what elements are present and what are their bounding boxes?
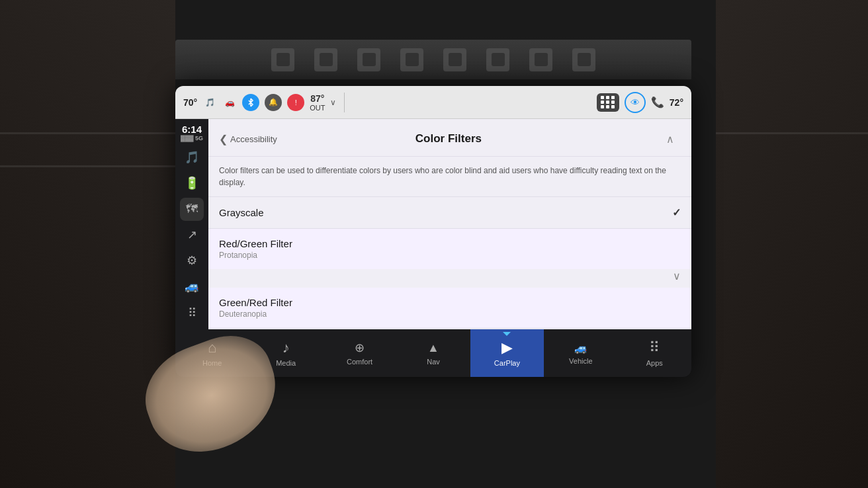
filter-label-grayscale: Grayscale — [219, 207, 264, 218]
sidebar-settings-icon[interactable]: ⚙ — [180, 249, 204, 272]
filter-label-green-red: Green/Red Filter — [219, 297, 292, 308]
scroll-down-button[interactable]: ∨ — [673, 270, 681, 282]
top-btn-7[interactable] — [529, 48, 552, 71]
bottom-navigation: ⌂ Home ♪ Media ⊕ Comfort ▲ Nav ▶ CarPlay… — [175, 329, 691, 377]
apps-icon: ⠿ — [649, 339, 660, 356]
nav-vehicle-label: Vehicle — [569, 357, 592, 365]
nav-home-label: Home — [202, 359, 222, 367]
car-icon: 🚗 — [222, 95, 237, 110]
filter-item-red-green[interactable]: Red/Green Filter Protanopia — [208, 229, 691, 269]
sidebar-vehicle-icon[interactable]: 🚙 — [180, 275, 204, 298]
nav-carplay[interactable]: ▶ CarPlay — [470, 329, 544, 377]
nav-media-label: Media — [276, 359, 296, 367]
filter-item-info: Grayscale — [219, 207, 264, 218]
signal-indicator: ▓▓▓ 5G — [181, 136, 203, 142]
sidebar-diagonal-icon[interactable]: ↗ — [180, 224, 204, 247]
filter-sublabel-deuteranopia: Deuteranopia — [219, 309, 292, 319]
nav-home[interactable]: ⌂ Home — [175, 329, 249, 377]
top-btn-2[interactable] — [314, 48, 337, 71]
filter-list: Grayscale ✓ Red/Green Filter Protanopia … — [208, 197, 691, 329]
left-interior — [0, 0, 175, 488]
nav-arrow-icon: ▲ — [427, 341, 439, 355]
apps-grid-button[interactable] — [597, 93, 619, 112]
filter-item-info-rg: Red/Green Filter Protanopia — [219, 238, 292, 260]
top-btn-8[interactable] — [572, 48, 595, 71]
nav-apps[interactable]: ⠿ Apps — [618, 329, 691, 377]
sidebar-battery-icon[interactable]: 🔋 — [180, 171, 204, 194]
sidebar: 6:14 ▓▓▓ 5G 🎵 🔋 🗺 ↗ ⚙ 🚙 ⠿ — [175, 119, 208, 329]
top-buttons-bar — [175, 40, 691, 79]
nav-apps-label: Apps — [646, 359, 663, 367]
nav-comfort-label: Comfort — [347, 358, 372, 366]
filter-item-green-red[interactable]: Green/Red Filter Deuteranopia — [208, 288, 691, 329]
back-label: Accessibility — [230, 134, 277, 144]
nav-media[interactable]: ♪ Media — [249, 329, 322, 377]
status-divider — [344, 93, 345, 112]
phone-icon: 🎵 — [202, 95, 217, 110]
filter-label-red-green: Red/Green Filter — [219, 238, 292, 249]
filter-item-info-gr: Green/Red Filter Deuteranopia — [219, 297, 292, 319]
temp-right: 72° — [670, 97, 683, 108]
top-btn-6[interactable] — [486, 48, 509, 71]
vehicle-icon: 🚙 — [574, 342, 587, 354]
sidebar-clock: 6:14 ▓▓▓ 5G — [181, 124, 203, 142]
sidebar-grid-icon[interactable]: ⠿ — [180, 301, 204, 324]
outside-temp: 87° OUT — [310, 93, 325, 112]
bell-icon[interactable]: 🔔 — [265, 94, 282, 111]
sidebar-music-icon[interactable]: 🎵 — [180, 145, 204, 169]
filter-sublabel-protanopia: Protanopia — [219, 251, 292, 260]
eye-icon[interactable]: 👁 — [625, 92, 646, 113]
top-btn-1[interactable] — [271, 48, 294, 71]
nav-nav[interactable]: ▲ Nav — [396, 329, 470, 377]
nav-nav-label: Nav — [427, 358, 440, 366]
scroll-up-button[interactable]: ∧ — [660, 128, 681, 149]
phone-call-icon: 📞 — [651, 96, 664, 108]
bluetooth-icon[interactable] — [242, 94, 259, 111]
top-btn-3[interactable] — [357, 48, 380, 71]
status-right-group: 👁 📞 72° — [597, 92, 683, 113]
top-btn-4[interactable] — [400, 48, 423, 71]
screen-display: 70° 🎵 🚗 🔔 ! 87° OUT ∨ 👁 📞 72° — [175, 86, 691, 377]
nav-carplay-label: CarPlay — [494, 359, 520, 367]
top-btn-5[interactable] — [443, 48, 466, 71]
temp-chevron[interactable]: ∨ — [330, 98, 336, 107]
main-content: ❮ Accessibility Color Filters ∧ Color fi… — [208, 119, 691, 329]
temp-left: 70° — [183, 97, 197, 108]
carplay-icon: ▶ — [501, 339, 513, 356]
page-title: Color Filters — [277, 132, 620, 145]
home-icon: ⌂ — [208, 339, 216, 356]
nav-comfort[interactable]: ⊕ Comfort — [323, 329, 396, 377]
filter-item-grayscale[interactable]: Grayscale ✓ — [208, 197, 691, 229]
grid-icon — [601, 96, 615, 108]
comfort-icon: ⊕ — [355, 341, 365, 355]
back-chevron-icon: ❮ — [219, 133, 228, 145]
checkmark-grayscale: ✓ — [672, 206, 681, 219]
right-interior — [716, 0, 868, 488]
sidebar-map-icon[interactable]: 🗺 — [180, 198, 204, 221]
media-icon: ♪ — [282, 339, 290, 356]
nav-vehicle[interactable]: 🚙 Vehicle — [544, 329, 617, 377]
content-header: ❮ Accessibility Color Filters ∧ — [208, 119, 691, 157]
status-bar: 70° 🎵 🚗 🔔 ! 87° OUT ∨ 👁 📞 72° — [175, 86, 691, 119]
alert-icon[interactable]: ! — [287, 94, 304, 111]
back-button[interactable]: ❮ Accessibility — [219, 133, 277, 145]
description-text: Color filters can be used to differentia… — [208, 157, 691, 197]
